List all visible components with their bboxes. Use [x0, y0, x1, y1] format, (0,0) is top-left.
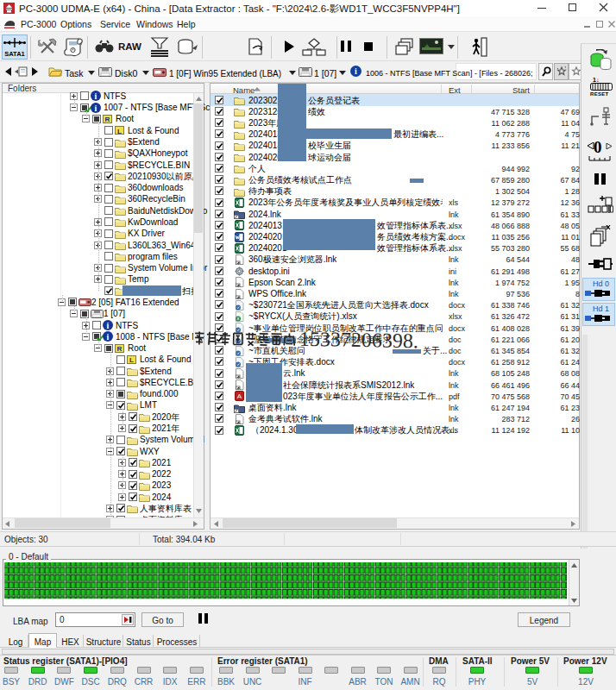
svg-text:A: A [237, 392, 242, 400]
